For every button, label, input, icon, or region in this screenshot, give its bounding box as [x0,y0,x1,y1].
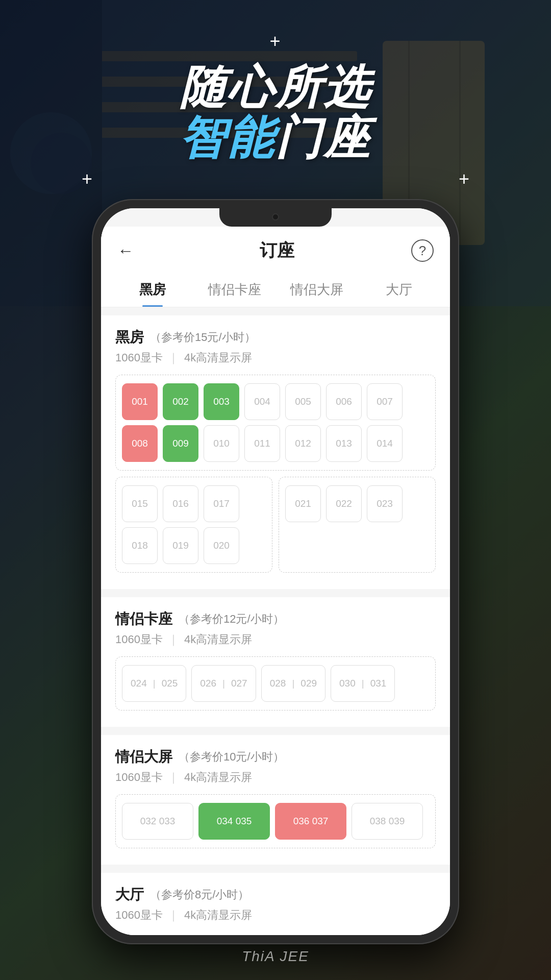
page-title: 订座 [260,239,294,262]
seat-row-5: 021 022 023 [285,485,429,522]
seat-009[interactable]: 009 [163,425,198,462]
seat-014[interactable]: 014 [367,425,403,462]
hero-title-white: 门座 [276,113,371,163]
tab-大厅[interactable]: 大厅 [358,271,440,307]
seat-032-033[interactable]: 032 033 [122,803,193,840]
seat-004[interactable]: 004 [244,383,280,420]
seat-area-2-黑房: 015 016 017 018 019 020 [115,477,436,573]
section-name-大厅: 大厅 [115,885,144,904]
seat-002[interactable]: 002 [163,383,198,420]
section-name-情侣大屏: 情侣大屏 [115,747,172,767]
seat-008[interactable]: 008 [122,425,158,462]
seat-013[interactable]: 013 [326,425,362,462]
section-specs-情侣大屏: 1060显卡 ｜ 4k高清显示屏 [115,770,436,785]
hero-plus-left: + [82,168,92,190]
spec-screen-黑房: 4k高清显示屏 [184,350,252,365]
seat-026-027[interactable]: 026 | 027 [191,665,256,702]
seat-row-3: 015 016 017 [122,485,266,522]
seat-020[interactable]: 020 [204,527,239,564]
help-button[interactable]: ? [411,239,434,262]
tab-情侣大屏[interactable]: 情侣大屏 [276,271,358,307]
seat-036-037[interactable]: 036 037 [275,803,346,840]
section-price-大厅: （参考价8元/小时） [150,887,249,902]
hero-title-line2: 智能 门座 [0,113,551,163]
seat-col-right: 021 022 023 [279,477,436,573]
seat-028-029[interactable]: 028 | 029 [261,665,325,702]
phone-frame: ← 订座 ? 黑房 情侣卡座 情侣大屏 大厅 黑房 （参考价15元/小时） [92,199,459,944]
hero-plus-sides: + + [0,168,551,190]
seat-row-2: 008 009 010 011 012 013 014 [122,425,429,462]
seat-007[interactable]: 007 [367,383,403,420]
section-specs-黑房: 1060显卡 ｜ 4k高清显示屏 [115,350,436,365]
section-情侣大屏: 情侣大屏 （参考价10元/小时） 1060显卡 ｜ 4k高清显示屏 032 03… [101,735,450,865]
section-price-情侣大屏: （参考价10元/小时） [179,749,284,765]
section-title-情侣卡座: 情侣卡座 （参考价12元/小时） [115,609,436,629]
seat-034-035[interactable]: 034 035 [198,803,270,840]
seat-area-情侣大屏: 032 033 034 035 036 037 038 039 [115,794,436,848]
seat-001[interactable]: 001 [122,383,158,420]
app-content[interactable]: ← 订座 ? 黑房 情侣卡座 情侣大屏 大厅 黑房 （参考价15元/小时） [101,208,450,935]
section-specs-大厅: 1060显卡 ｜ 4k高清显示屏 [115,908,436,923]
section-specs-情侣卡座: 1060显卡 ｜ 4k高清显示屏 [115,632,436,647]
seat-021[interactable]: 021 [285,485,321,522]
seat-row-1: 001 002 003 004 005 006 007 [122,383,429,420]
seat-019[interactable]: 019 [163,527,198,564]
hero-plus-top: + [0,31,551,52]
seat-018[interactable]: 018 [122,527,158,564]
section-title-黑房: 黑房 （参考价15元/小时） [115,328,436,347]
hero-title-blue: 智能 [180,113,276,163]
seat-024-025[interactable]: 024 | 025 [122,665,186,702]
seat-row-4: 018 019 020 [122,527,266,564]
seat-022[interactable]: 022 [326,485,362,522]
section-title-大厅: 大厅 （参考价8元/小时） [115,885,436,904]
section-name-黑房: 黑房 [115,328,144,347]
seat-003[interactable]: 003 [204,383,239,420]
seat-038-039[interactable]: 038 039 [352,803,423,840]
seat-012[interactable]: 012 [285,425,321,462]
phone-wrapper: ← 订座 ? 黑房 情侣卡座 情侣大屏 大厅 黑房 （参考价15元/小时） [92,199,459,944]
tab-黑房[interactable]: 黑房 [111,271,193,307]
seat-row-double-1: 024 | 025 026 | 027 028 | 029 030 | 031 [122,665,429,702]
section-大厅: 大厅 （参考价8元/小时） 1060显卡 ｜ 4k高清显示屏 [101,873,450,935]
back-button[interactable]: ← [117,241,143,260]
seat-area-1-黑房: 001 002 003 004 005 006 007 008 009 010 [115,375,436,471]
seat-015[interactable]: 015 [122,485,158,522]
section-name-情侣卡座: 情侣卡座 [115,609,172,629]
seat-016[interactable]: 016 [163,485,198,522]
hero-section: + 随心所选 智能 门座 + + [0,31,551,190]
hero-title-line1: 随心所选 [0,62,551,113]
seat-col-left: 015 016 017 018 019 020 [115,477,272,573]
section-黑房: 黑房 （参考价15元/小时） 1060显卡 ｜ 4k高清显示屏 001 002 … [101,315,450,589]
seat-row-big-1: 032 033 034 035 036 037 038 039 [122,803,429,840]
tabs-bar: 黑房 情侣卡座 情侣大屏 大厅 [101,271,450,307]
spec-screen-大厅: 4k高清显示屏 [184,908,252,923]
bottom-text: ThiA JEE [0,948,551,965]
app-header: ← 订座 ? [101,227,450,271]
hero-plus-right: + [459,168,469,190]
phone-screen: ← 订座 ? 黑房 情侣卡座 情侣大屏 大厅 黑房 （参考价15元/小时） [101,208,450,935]
seat-area-情侣卡座: 024 | 025 026 | 027 028 | 029 030 | 031 [115,656,436,710]
spec-gpu-情侣大屏: 1060显卡 [115,770,163,785]
section-情侣卡座: 情侣卡座 （参考价12元/小时） 1060显卡 ｜ 4k高清显示屏 024 | … [101,597,450,727]
seat-010[interactable]: 010 [204,425,239,462]
seat-006[interactable]: 006 [326,383,362,420]
phone-notch [219,208,332,227]
notch-camera [272,213,279,220]
section-title-情侣大屏: 情侣大屏 （参考价10元/小时） [115,747,436,767]
seat-005[interactable]: 005 [285,383,321,420]
seat-017[interactable]: 017 [204,485,239,522]
spec-gpu-黑房: 1060显卡 [115,350,163,365]
seat-030-031[interactable]: 030 | 031 [331,665,395,702]
spec-screen-情侣大屏: 4k高清显示屏 [184,770,252,785]
spec-gpu-情侣卡座: 1060显卡 [115,632,163,647]
spec-screen-情侣卡座: 4k高清显示屏 [184,632,252,647]
section-price-情侣卡座: （参考价12元/小时） [179,611,284,627]
seat-011[interactable]: 011 [244,425,280,462]
spec-gpu-大厅: 1060显卡 [115,908,163,923]
seat-023[interactable]: 023 [367,485,403,522]
tab-情侣卡座[interactable]: 情侣卡座 [193,271,276,307]
section-price-黑房: （参考价15元/小时） [150,330,256,345]
